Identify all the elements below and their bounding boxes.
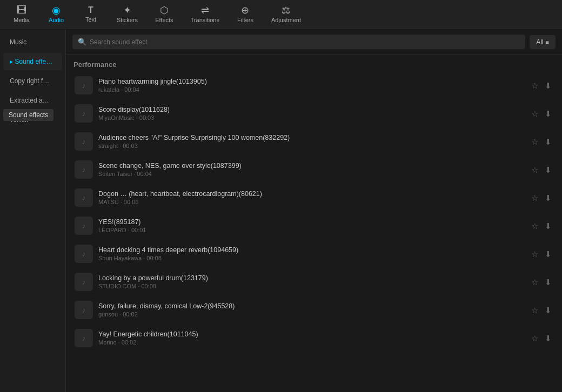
track-meta: Morino · 00:02: [98, 339, 524, 346]
track-meta: gunsou · 00:02: [98, 311, 524, 317]
track-item[interactable]: ♪ Scene change, NES, game over style(108…: [70, 156, 558, 183]
nav-audio[interactable]: ◉ Audio: [40, 2, 72, 26]
track-music-icon: ♪: [75, 104, 93, 123]
download-button[interactable]: ⬇: [543, 192, 553, 204]
all-filter-button[interactable]: All ≡: [530, 35, 556, 49]
download-button[interactable]: ⬇: [543, 80, 553, 91]
nav-adjustment[interactable]: ⚖ Adjustment: [264, 2, 309, 26]
sidebar-item-copyright[interactable]: Copy right f…: [3, 72, 62, 90]
track-meta: STUDIO COM · 00:08: [98, 283, 524, 289]
favorite-button[interactable]: ☆: [530, 276, 540, 288]
track-music-icon: ♪: [75, 132, 93, 151]
download-button[interactable]: ⬇: [543, 333, 553, 344]
nav-media-label: Media: [14, 17, 30, 23]
download-button[interactable]: ⬇: [543, 108, 553, 119]
nav-filters[interactable]: ⊕ Filters: [229, 2, 262, 26]
track-item[interactable]: ♪ Score display(1011628) MiyaOnMusic · 0…: [70, 100, 558, 127]
track-title: Sorry, failure, dismay, comical Low-2(94…: [98, 302, 524, 310]
track-item[interactable]: ♪ Dogon … (heart, heartbeat, electrocard…: [70, 184, 558, 211]
nav-text[interactable]: T Text: [75, 3, 107, 26]
search-input-wrapper[interactable]: 🔍: [72, 35, 525, 49]
track-item[interactable]: ♪ Piano heartwarming jingle(1013905) ruk…: [70, 72, 558, 99]
track-title: Heart docking 4 times deeper reverb(1094…: [98, 246, 524, 254]
track-title: Piano heartwarming jingle(1013905): [98, 78, 524, 85]
download-button[interactable]: ⬇: [543, 248, 553, 260]
track-info: Sorry, failure, dismay, comical Low-2(94…: [98, 302, 524, 317]
favorite-button[interactable]: ☆: [530, 305, 540, 316]
nav-stickers-label: Stickers: [117, 17, 138, 23]
favorite-button[interactable]: ☆: [530, 164, 540, 175]
track-meta: Shun Hayakawa · 00:08: [98, 255, 524, 261]
track-title: Dogon … (heart, heartbeat, electrocardio…: [98, 190, 524, 198]
track-item[interactable]: ♪ Audience cheers "A!" Surprise Surprisi…: [70, 128, 558, 155]
favorite-button[interactable]: ☆: [530, 192, 540, 204]
track-actions: ☆ ⬇: [530, 220, 553, 232]
track-item[interactable]: ♪ Sorry, failure, dismay, comical Low-2(…: [70, 296, 558, 323]
favorite-button[interactable]: ☆: [530, 80, 540, 91]
track-meta: straight · 00:03: [98, 143, 524, 149]
track-meta: MATSU · 00:06: [98, 199, 524, 205]
nav-effects[interactable]: ⬡ Effects: [148, 2, 180, 26]
track-info: Locking by a powerful drum(123179) STUDI…: [98, 274, 524, 289]
nav-adjustment-label: Adjustment: [271, 17, 301, 23]
track-item[interactable]: ♪ YES!(895187) LEOPARD · 00:01 ☆ ⬇: [70, 212, 558, 239]
track-meta: rukatela · 00:04: [98, 86, 524, 93]
track-title: Audience cheers "A!" Surprise Surprising…: [98, 134, 524, 141]
sound-effects-tooltip: Sound effects: [3, 109, 53, 121]
track-meta: LEOPARD · 00:01: [98, 227, 524, 233]
nav-filters-label: Filters: [237, 17, 253, 23]
search-bar: 🔍 All ≡: [66, 29, 562, 55]
track-title: YES!(895187): [98, 218, 524, 226]
track-info: Yay! Energetic children(1011045) Morino …: [98, 330, 524, 346]
content-area: 🔍 All ≡ Performance ♪ Piano heartwarming…: [66, 29, 562, 392]
favorite-button[interactable]: ☆: [530, 108, 540, 119]
track-music-icon: ♪: [75, 329, 93, 347]
track-item[interactable]: ♪ Heart docking 4 times deeper reverb(10…: [70, 240, 558, 267]
track-title: Score display(1011628): [98, 106, 524, 113]
favorite-button[interactable]: ☆: [530, 136, 540, 147]
track-info: Heart docking 4 times deeper reverb(1094…: [98, 246, 524, 261]
sidebar-item-sound-effects[interactable]: Sound effe…: [3, 53, 62, 70]
nav-effects-label: Effects: [155, 17, 173, 23]
track-music-icon: ♪: [75, 245, 93, 263]
track-music-icon: ♪: [75, 217, 93, 235]
favorite-button[interactable]: ☆: [530, 333, 540, 344]
nav-stickers[interactable]: ✦ Stickers: [109, 2, 145, 26]
download-button[interactable]: ⬇: [543, 305, 553, 316]
sidebar-item-music[interactable]: Music: [3, 33, 62, 51]
track-title: Scene change, NES, game over style(10873…: [98, 162, 524, 170]
nav-transitions-label: Transitions: [191, 17, 219, 23]
track-title: Locking by a powerful drum(123179): [98, 274, 524, 282]
favorite-button[interactable]: ☆: [530, 220, 540, 232]
download-button[interactable]: ⬇: [543, 276, 553, 288]
sidebar-item-extracted[interactable]: Extracted a…: [3, 92, 62, 109]
nav-media[interactable]: 🎞 Media: [5, 2, 38, 26]
category-label: Performance: [66, 55, 562, 72]
track-info: Piano heartwarming jingle(1013905) rukat…: [98, 78, 524, 93]
track-title: Yay! Energetic children(1011045): [98, 330, 524, 338]
nav-text-label: Text: [85, 16, 96, 23]
track-actions: ☆ ⬇: [530, 192, 553, 204]
favorite-button[interactable]: ☆: [530, 248, 540, 260]
nav-transitions[interactable]: ⇌ Transitions: [183, 2, 227, 26]
track-item[interactable]: ♪ Yay! Energetic children(1011045) Morin…: [70, 325, 558, 352]
track-list: ♪ Piano heartwarming jingle(1013905) ruk…: [66, 72, 562, 392]
track-music-icon: ♪: [75, 160, 93, 179]
track-actions: ☆ ⬇: [530, 248, 553, 260]
download-button[interactable]: ⬇: [543, 220, 553, 232]
main-layout: Music Sound effe… Copy right f… Extracte…: [0, 29, 562, 392]
track-actions: ☆ ⬇: [530, 333, 553, 344]
track-item[interactable]: ♪ Locking by a powerful drum(123179) STU…: [70, 268, 558, 295]
track-info: YES!(895187) LEOPARD · 00:01: [98, 218, 524, 233]
track-info: Scene change, NES, game over style(10873…: [98, 162, 524, 177]
filter-icon: ≡: [546, 39, 549, 45]
media-icon: 🎞: [17, 5, 26, 15]
text-icon: T: [88, 6, 93, 15]
search-icon: 🔍: [78, 38, 86, 46]
search-input[interactable]: [90, 38, 520, 46]
download-button[interactable]: ⬇: [543, 164, 553, 175]
track-info: Score display(1011628) MiyaOnMusic · 00:…: [98, 106, 524, 121]
download-button[interactable]: ⬇: [543, 136, 553, 147]
transitions-icon: ⇌: [201, 5, 209, 15]
track-actions: ☆ ⬇: [530, 305, 553, 316]
